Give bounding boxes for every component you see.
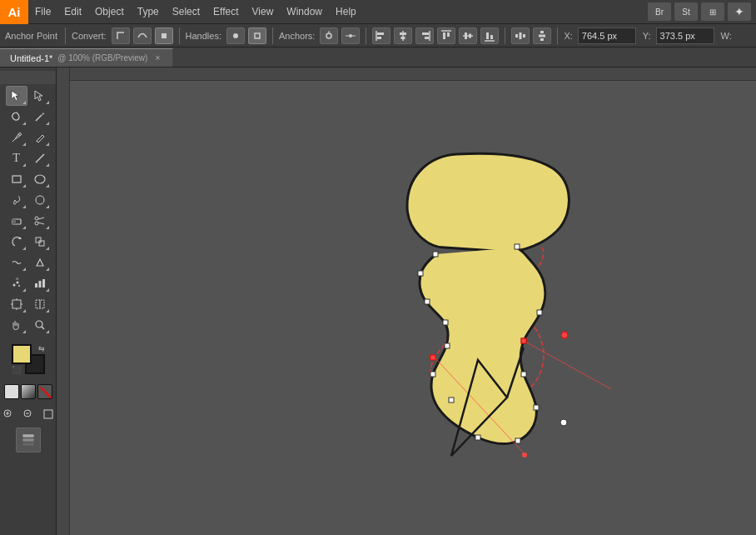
rotate-tool[interactable]	[6, 232, 27, 252]
y-label: Y:	[643, 31, 651, 41]
svg-line-35	[36, 154, 44, 162]
menu-type[interactable]: Type	[131, 0, 166, 23]
tab-close-btn[interactable]: ×	[152, 53, 162, 63]
direct-select-tool[interactable]	[6, 86, 27, 106]
active-tab[interactable]: Untitled-1* @ 100% (RGB/Preview) ×	[0, 48, 173, 67]
align-center-btn[interactable]	[394, 28, 412, 44]
handles-select-btn[interactable]	[248, 28, 266, 44]
fit-icon-btn[interactable]	[39, 406, 57, 422]
reshape-tool[interactable]	[29, 252, 51, 272]
no-fill-icon[interactable]	[37, 384, 52, 399]
svg-rect-84	[521, 372, 526, 377]
menu-object[interactable]: Object	[88, 0, 131, 23]
canvas-area[interactable]	[57, 68, 756, 535]
anchor-point-label: Anchor Point	[5, 31, 57, 41]
x-field[interactable]: 764.5 px	[578, 28, 636, 44]
svg-rect-53	[12, 300, 21, 308]
menu-edit[interactable]: Edit	[57, 0, 88, 23]
distribute-v-btn[interactable]	[533, 28, 551, 44]
hand-tool[interactable]	[6, 315, 27, 335]
ruler-vertical	[57, 68, 70, 535]
menu-effect[interactable]: Effect	[206, 0, 245, 23]
blob-tool[interactable]	[29, 190, 51, 210]
convert-smooth-btn[interactable]	[133, 28, 152, 44]
menu-select[interactable]: Select	[166, 0, 206, 23]
scale-tool[interactable]	[29, 232, 51, 252]
svg-rect-80	[449, 398, 454, 402]
align-middle-btn[interactable]	[459, 28, 477, 44]
anchors-icon2[interactable]	[341, 28, 360, 44]
tool-triangle	[46, 142, 49, 146]
svg-rect-46	[39, 241, 44, 246]
slice-tool[interactable]	[29, 294, 51, 314]
svg-line-32	[36, 115, 42, 121]
foreground-color-box[interactable]	[12, 344, 32, 364]
svg-point-91	[560, 419, 567, 426]
handles-label: Handles:	[186, 31, 221, 41]
zoom-tool[interactable]	[29, 315, 51, 335]
tool-row-5	[0, 169, 56, 189]
pen-tool[interactable]	[6, 128, 27, 148]
ai-logo: Ai	[0, 0, 28, 24]
ellipse-tool[interactable]	[29, 169, 51, 189]
align-top-btn[interactable]	[437, 28, 455, 44]
align-bottom-btn[interactable]	[480, 28, 499, 44]
brush-tool[interactable]	[6, 190, 27, 210]
y-field[interactable]: 373.5 px	[656, 28, 714, 44]
tool-row-6	[0, 190, 56, 210]
subselect-tool[interactable]	[29, 86, 51, 106]
layers-icon[interactable]	[16, 428, 41, 452]
align-right-btn[interactable]	[415, 28, 434, 44]
menu-file[interactable]: File	[28, 0, 57, 23]
scissors-tool[interactable]	[29, 211, 51, 231]
svg-point-90	[561, 332, 568, 338]
svg-point-40	[35, 217, 38, 220]
bridge-icon[interactable]: Br	[648, 2, 671, 21]
convert-corner-btn[interactable]	[112, 28, 130, 44]
line-tool[interactable]	[29, 148, 51, 168]
tool-triangle	[22, 226, 26, 229]
svg-rect-69	[22, 438, 33, 441]
tool-extras	[0, 384, 56, 399]
align-left-btn[interactable]	[372, 28, 390, 44]
tool-bottom	[0, 428, 56, 459]
warp-tool[interactable]	[6, 252, 27, 272]
grid-icon[interactable]: ⊞	[701, 2, 724, 21]
convert-auto-btn[interactable]	[155, 28, 173, 44]
rect-tool[interactable]	[6, 169, 27, 189]
stock-icon[interactable]: St	[674, 2, 698, 21]
anchors-icon1[interactable]	[320, 28, 338, 44]
handles-none-btn[interactable]	[226, 28, 245, 44]
color-swap-btn[interactable]: ⇆	[38, 344, 45, 352]
svg-point-48	[16, 282, 18, 284]
tool-triangle	[22, 163, 26, 167]
color-reset-btn[interactable]: ⬛	[12, 366, 21, 374]
zoom-in-btn[interactable]	[0, 406, 17, 422]
menu-view[interactable]: View	[246, 0, 281, 23]
tab-title: Untitled-1*	[10, 53, 52, 63]
zoom-out-btn[interactable]	[19, 406, 37, 422]
eraser-tool[interactable]	[6, 211, 27, 231]
svg-rect-68	[22, 434, 33, 437]
pencil-tool[interactable]	[29, 128, 51, 148]
tool-triangle	[46, 226, 49, 229]
artboard-tool[interactable]	[6, 294, 27, 314]
menu-window[interactable]: Window	[280, 0, 329, 23]
svg-rect-45	[36, 238, 41, 242]
column-graph-tool[interactable]	[29, 273, 51, 293]
symbolspray-tool[interactable]	[6, 273, 27, 293]
tool-triangle	[46, 330, 49, 333]
svg-rect-30	[539, 34, 545, 37]
svg-rect-74	[433, 252, 438, 257]
gradient-icon[interactable]	[21, 384, 36, 399]
svg-rect-82	[515, 438, 520, 443]
lasso-tool[interactable]	[6, 107, 27, 127]
spark-icon[interactable]: ✦	[728, 2, 751, 21]
solid-color-icon[interactable]	[4, 384, 19, 399]
svg-point-49	[18, 285, 20, 287]
type-tool[interactable]: T	[6, 148, 27, 168]
magic-wand-tool[interactable]	[29, 107, 51, 127]
menu-help[interactable]: Help	[329, 0, 363, 23]
distribute-h-btn[interactable]	[511, 28, 530, 44]
divider1	[65, 28, 66, 44]
